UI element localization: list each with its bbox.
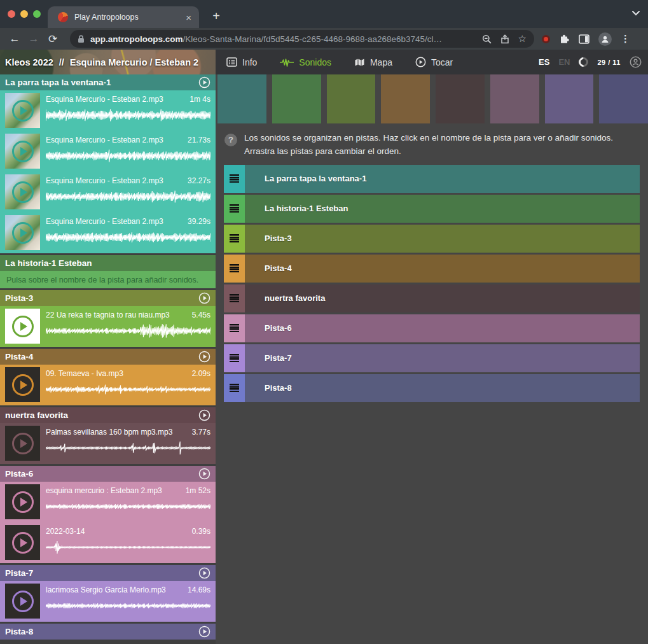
- clip-thumbnail[interactable]: [5, 174, 40, 209]
- clip-thumbnail[interactable]: [5, 426, 40, 461]
- track-play-icon[interactable]: [198, 292, 210, 304]
- track-header[interactable]: Pista-8: [0, 624, 216, 640]
- clip-thumbnail[interactable]: [5, 93, 40, 128]
- audio-clip[interactable]: 2022-03-140.39s: [0, 522, 216, 563]
- track-header[interactable]: Pista-3: [0, 290, 216, 306]
- audio-clip[interactable]: 22 Ua reka te tagnia to rau niau.mp35.45…: [0, 306, 216, 347]
- track-header[interactable]: Pista-7: [0, 565, 216, 581]
- track-header[interactable]: Pista-4: [0, 349, 216, 365]
- clip-play-icon[interactable]: [12, 591, 34, 612]
- track-row-label[interactable]: Pista-4: [245, 255, 640, 283]
- reload-icon[interactable]: ⟳: [43, 32, 62, 46]
- zoom-out-icon[interactable]: [482, 34, 492, 44]
- color-swatch[interactable]: [599, 74, 648, 123]
- drag-handle[interactable]: [224, 314, 245, 342]
- track-row-label[interactable]: Pista-3: [245, 225, 640, 253]
- clip-thumbnail[interactable]: [5, 215, 40, 250]
- clip-waveform[interactable]: [46, 323, 210, 339]
- audio-clip[interactable]: lacrimosa Sergio García Merlo.mp314.69s: [0, 581, 216, 622]
- close-window-button[interactable]: [8, 10, 15, 18]
- clip-waveform[interactable]: [46, 229, 210, 246]
- drag-handle[interactable]: [224, 344, 245, 372]
- track-row-label[interactable]: nuertra favorita: [245, 284, 640, 312]
- track-play-icon[interactable]: [198, 409, 210, 421]
- track-row-label[interactable]: La parra tapa la ventana-1: [245, 165, 640, 193]
- clip-thumbnail[interactable]: [5, 584, 40, 619]
- clip-waveform[interactable]: [46, 188, 210, 205]
- share-icon[interactable]: [500, 34, 509, 44]
- clip-waveform[interactable]: [46, 381, 210, 398]
- track-header[interactable]: La parra tapa la ventana-1: [0, 74, 216, 90]
- track-row[interactable]: Pista-8: [224, 374, 640, 402]
- clip-waveform[interactable]: [46, 539, 210, 556]
- color-swatch[interactable]: [327, 74, 376, 123]
- clip-thumbnail[interactable]: [5, 484, 40, 519]
- color-swatch[interactable]: [436, 74, 485, 123]
- track-row-label[interactable]: Pista-7: [245, 344, 640, 372]
- track-row[interactable]: Pista-4: [224, 255, 640, 283]
- track-row[interactable]: Pista-3: [224, 225, 640, 253]
- track-row[interactable]: Pista-7: [224, 344, 640, 372]
- browser-menu-kebab-icon[interactable]: ⋮: [621, 33, 630, 45]
- track-header[interactable]: Pista-6: [0, 466, 216, 482]
- drag-handle[interactable]: [224, 255, 245, 283]
- track-play-icon[interactable]: [198, 76, 210, 88]
- close-tab-icon[interactable]: ×: [184, 12, 193, 23]
- address-bar[interactable]: app.antropoloops.com/Kleos-Santa-Marina/…: [70, 30, 534, 48]
- tab-info[interactable]: Info: [226, 57, 257, 67]
- color-swatch[interactable]: [381, 74, 430, 123]
- drag-handle[interactable]: [224, 195, 245, 223]
- clip-play-icon[interactable]: [12, 433, 34, 454]
- color-swatch[interactable]: [545, 74, 594, 123]
- clip-waveform[interactable]: [46, 498, 210, 515]
- clip-play-icon[interactable]: [12, 491, 34, 513]
- track-row[interactable]: La parra tapa la ventana-1: [224, 165, 640, 193]
- language-en-button[interactable]: EN: [558, 57, 570, 67]
- clip-play-icon[interactable]: [12, 374, 34, 396]
- track-play-icon[interactable]: [198, 626, 210, 638]
- tab-search-chevron-icon[interactable]: [631, 10, 640, 16]
- drag-handle[interactable]: [224, 284, 245, 312]
- drag-handle[interactable]: [224, 165, 245, 193]
- audio-clip[interactable]: Esquina Mercurio - Esteban 2.mp31m 4s: [0, 90, 216, 131]
- color-swatch[interactable]: [272, 74, 321, 123]
- maximize-window-button[interactable]: [33, 10, 41, 18]
- bookmark-star-icon[interactable]: ☆: [518, 33, 527, 45]
- track-row[interactable]: nuertra favorita: [224, 284, 640, 312]
- track-row[interactable]: Pista-6: [224, 314, 640, 342]
- profile-avatar[interactable]: [598, 32, 612, 46]
- language-es-button[interactable]: ES: [539, 57, 549, 67]
- browser-tab[interactable]: Play Antropoloops ×: [48, 6, 199, 28]
- audio-clip[interactable]: 09. Temaeva - Iva.mp32.09s: [0, 365, 216, 405]
- clip-thumbnail[interactable]: [5, 134, 40, 169]
- tab-mapa[interactable]: Mapa: [354, 57, 392, 67]
- track-header[interactable]: nuertra favorita: [0, 407, 216, 423]
- clip-play-icon[interactable]: [12, 100, 34, 122]
- clip-play-icon[interactable]: [12, 181, 34, 203]
- audio-clip[interactable]: esquina mercurio : Esteban 2.mp31m 52s: [0, 482, 216, 522]
- clip-waveform[interactable]: [46, 107, 210, 123]
- forward-icon[interactable]: →: [24, 32, 43, 45]
- clip-play-icon[interactable]: [12, 141, 34, 162]
- lock-icon[interactable]: [78, 35, 85, 43]
- clip-thumbnail[interactable]: [5, 367, 40, 402]
- minimize-window-button[interactable]: [20, 10, 28, 18]
- color-swatch[interactable]: [490, 74, 539, 123]
- clip-play-icon[interactable]: [12, 316, 34, 337]
- drag-handle[interactable]: [224, 374, 245, 402]
- track-play-icon[interactable]: [198, 468, 210, 480]
- clip-waveform[interactable]: [46, 440, 210, 456]
- clip-thumbnail[interactable]: [5, 309, 40, 344]
- clip-waveform[interactable]: [46, 148, 210, 164]
- track-row-label[interactable]: La historia-1 Esteban: [245, 195, 640, 223]
- tab-sonidos[interactable]: Sonidos: [280, 57, 331, 67]
- audio-clip[interactable]: Esquina Mercurio - Esteban 2.mp339.29s: [0, 213, 216, 253]
- audio-clip[interactable]: Esquina Mercurio - Esteban 2.mp332.27s: [0, 172, 216, 213]
- track-header[interactable]: La historia-1 Esteban: [0, 255, 216, 271]
- clip-waveform[interactable]: [46, 598, 210, 614]
- clip-play-icon[interactable]: [12, 532, 34, 554]
- drag-handle[interactable]: [224, 225, 245, 253]
- track-play-icon[interactable]: [198, 351, 210, 363]
- new-tab-button[interactable]: +: [207, 8, 225, 25]
- side-panel-icon[interactable]: [579, 34, 589, 44]
